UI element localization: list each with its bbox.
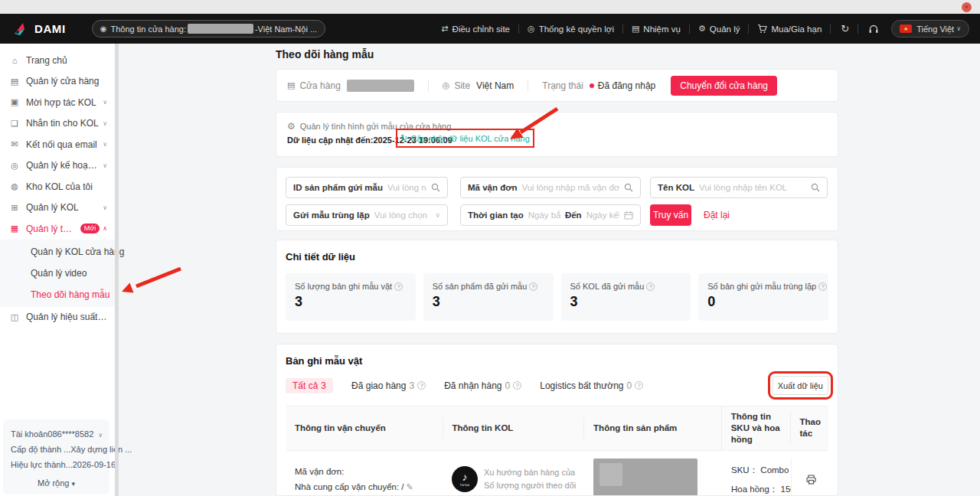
update-kol-data-label: Cập nhật dữ liệu KOL cửa hàng: [410, 134, 530, 143]
sidebar-subitem-sample-tracking[interactable]: Theo dõi hàng mẫu: [0, 284, 115, 305]
sidebar-item-label: Kết nối qua email: [26, 139, 97, 150]
header-actions: Thao tác: [790, 412, 828, 444]
help-icon[interactable]: ?: [529, 282, 537, 291]
sidebar-item-execution-management[interactable]: ▦ Quản lý thực hiệ... Mới ∧: [0, 218, 115, 240]
app-logo[interactable]: DAMI: [12, 21, 66, 38]
help-icon[interactable]: ?: [635, 381, 643, 390]
tab-label: Logistics bất thường: [540, 380, 623, 391]
product-cell: [584, 458, 722, 496]
sidebar-item-home[interactable]: ⌂ Trang chủ: [0, 50, 115, 71]
sidebar-item-target-plan[interactable]: ◎ Quản lý kế hoạch nhắm ... ∨: [0, 155, 115, 177]
tab-count: 0: [505, 380, 511, 391]
tracking-number-input[interactable]: Mã vận đơn Vui lòng nhập mã vận đơn: [460, 177, 641, 198]
calendar-icon: [619, 210, 633, 220]
account-value[interactable]: 086****8582 ∨: [47, 429, 103, 439]
print-icon[interactable]: [805, 474, 817, 485]
expand-button[interactable]: Mở rộng ▾: [11, 478, 102, 488]
stat-duplicate-records: Số bản ghi gửi mẫu trùng lặp? 0: [698, 273, 828, 321]
tab-logistics-abnormal[interactable]: Logistics bất thường 0 ?: [540, 380, 643, 391]
nav-manage[interactable]: ⚙ Quản lý: [698, 24, 740, 34]
help-icon[interactable]: ?: [513, 381, 521, 390]
query-button[interactable]: Truy vấn: [650, 204, 691, 226]
nav-tasks[interactable]: ▤ Nhiệm vụ: [632, 24, 681, 34]
dami-logo-icon: [12, 21, 29, 38]
store-label: Cửa hàng: [299, 80, 340, 91]
tab-received[interactable]: Đã nhận hàng 0 ?: [444, 380, 521, 391]
reset-link[interactable]: Đặt lại: [704, 210, 730, 220]
tiktok-icon: ♪ TikTok: [452, 466, 478, 492]
tab-count: 3: [321, 380, 326, 391]
product-id-input[interactable]: ID sản phẩm gửi mẫu Vui lòng nhập ID sản…: [286, 177, 448, 198]
filter-card: ID sản phẩm gửi mẫu Vui lòng nhập ID sản…: [276, 167, 838, 231]
sidebar-item-label: Nhắn tin cho KOL: [26, 118, 99, 129]
sidebar-item-label: Quản lý kế hoạch nhắm ...: [26, 160, 100, 171]
expand-label: Mở rộng: [38, 478, 69, 488]
update-kol-data-link[interactable]: ↻ Cập nhật dữ liệu KOL cửa hàng: [400, 133, 530, 143]
date-range-picker[interactable]: Thời gian tạo Ngày bắt đầu Đến Ngày kết …: [460, 204, 641, 226]
stat-value: 3: [570, 294, 682, 310]
language-selector[interactable]: ★ Tiếng Việt ∨: [891, 20, 969, 38]
store-icon: ▤: [9, 77, 20, 86]
nav-label: Mua/Gia hạn: [771, 24, 822, 34]
sku-value: SKU： Combo 3 H: [731, 464, 783, 476]
divider: [528, 80, 528, 91]
store-info-pill[interactable]: ◉ Thông tin cửa hàng: -Việt Nam-Nội ...: [92, 20, 325, 38]
update-description: ⚙ Quản lý tình hình gửi mẫu của cửa hàng: [287, 121, 827, 132]
divider: [428, 80, 429, 91]
sidebar-item-my-kol-pool[interactable]: ◍ Kho KOL của tôi: [0, 176, 115, 197]
nav-site-adjust[interactable]: ⇄ Điều chỉnh site: [441, 24, 510, 34]
tab-count: 0: [627, 380, 632, 391]
records-table: Thông tin vận chuyển Thông tin KOL Thông…: [286, 406, 828, 496]
sidebar-item-label: Trang chủ: [26, 55, 67, 66]
header-product: Thông tin sản phẩm: [583, 418, 721, 439]
duplicate-sample-select[interactable]: Gửi mẫu trùng lặp Vui lòng chọn ∨: [286, 204, 448, 226]
divider: [518, 24, 519, 34]
tab-all[interactable]: Tất cả 3: [286, 378, 333, 393]
sidebar-item-invite-kol[interactable]: ▣ Mời hợp tác KOL ∨: [0, 92, 115, 113]
nav-benefit-stats[interactable]: ◎ Thống kê quyền lợi: [528, 24, 614, 34]
language-label: Tiếng Việt: [916, 24, 954, 34]
gear-icon: ⚙: [287, 121, 296, 132]
target-icon: ◉: [100, 24, 107, 33]
kol-cell: ♪ TikTok Xu hướng bán hàng của KOL Số lư…: [443, 466, 584, 493]
vietnam-flag-icon: ★: [900, 24, 912, 33]
refresh-icon[interactable]: ↻: [841, 23, 849, 34]
search-icon: [426, 183, 440, 192]
account-number: 086****8582: [47, 429, 93, 439]
sidebar-item-message-kol[interactable]: ❏ Nhắn tin cho KOL ∨: [0, 113, 115, 135]
nav-purchase-renew[interactable]: Mua/Gia hạn: [757, 24, 822, 34]
sidebar-scrollbar[interactable]: [115, 44, 119, 496]
help-icon[interactable]: ?: [417, 381, 426, 390]
export-data-button[interactable]: Xuất dữ liệu: [773, 376, 828, 395]
tab-delivered[interactable]: Đã giao hàng 3 ?: [351, 380, 426, 391]
tab-count: 3: [409, 380, 414, 391]
topnav: ⇄ Điều chỉnh site ◎ Thống kê quyền lợi ▤…: [441, 20, 980, 38]
sidebar-item-email-connect[interactable]: ✉ Kết nối qua email ∨: [0, 134, 115, 155]
nav-label: Thống kê quyền lợi: [539, 24, 614, 34]
help-icon[interactable]: ?: [394, 282, 403, 291]
header-sku-commission: Thông tin SKU và hoa hồng: [721, 406, 790, 450]
sidebar-item-kol-management[interactable]: ⊞ Quản lý KOL ∨: [0, 197, 115, 219]
nav-label: Quản lý: [710, 24, 740, 34]
sidebar-item-label: Quản lý hiệu suất nhóm: [26, 312, 107, 322]
data-details-card: Chi tiết dữ liệu Số lượng bản ghi mẫu vậ…: [276, 240, 838, 334]
edit-icon[interactable]: ✎: [407, 482, 413, 491]
sidebar-submenu: Quản lý KOL cửa hàng Quản lý video Theo …: [0, 240, 115, 307]
update-timestamp: Dữ liệu cập nhật đến:2025-12-23 19:06:09: [287, 135, 827, 145]
sidebar-item-store-management[interactable]: ▤ Quản lý cửa hàng: [0, 71, 115, 93]
sidebar-subitem-store-kol[interactable]: Quản lý KOL cửa hàng: [0, 241, 115, 263]
close-icon[interactable]: ×: [962, 2, 972, 12]
sidebar-subitem-video-management[interactable]: Quản lý video: [0, 263, 115, 284]
header-kol: Thông tin KOL: [443, 418, 584, 439]
switch-store-button[interactable]: Chuyển đổi cửa hàng: [671, 76, 777, 96]
account-row: Hiệu lực thành... 2026-09-16: [11, 460, 102, 469]
help-icon[interactable]: ?: [646, 282, 655, 291]
sample-records-card: Bản ghi mẫu vật Tất cả 3 Đã giao hàng 3 …: [276, 344, 838, 496]
sidebar-item-team-performance[interactable]: ◫ Quản lý hiệu suất nhóm: [0, 307, 115, 328]
headset-icon[interactable]: [868, 24, 879, 34]
kol-name-input[interactable]: Tên KOL Vui lòng nhập tên KOL: [650, 177, 828, 198]
account-label: Tài khoản: [11, 429, 47, 439]
help-icon[interactable]: ?: [818, 282, 827, 291]
sidebar: ⌂ Trang chủ ▤ Quản lý cửa hàng ▣ Mời hợp…: [0, 44, 115, 496]
store-info-label: Thông tin cửa hàng:: [110, 24, 185, 34]
